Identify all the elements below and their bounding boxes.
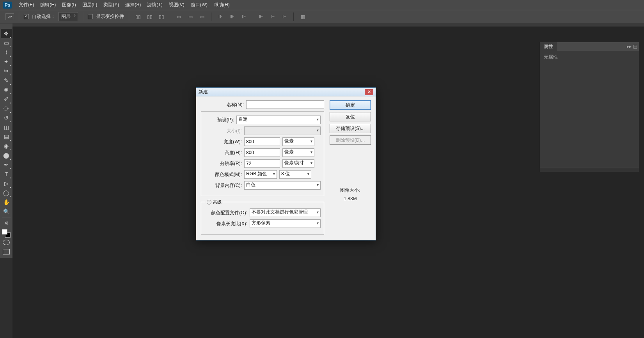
bit-depth-select[interactable]: 8 位	[279, 170, 311, 179]
auto-select-target-dropdown[interactable]: 图层	[59, 12, 78, 21]
lasso-tool[interactable]: ⌇	[1, 48, 12, 57]
advanced-toggle[interactable]: ˆ 高级	[205, 199, 223, 205]
dialog-title: 新建	[199, 89, 208, 95]
canvas-grip[interactable]	[12, 23, 644, 27]
reset-button[interactable]: 复位	[330, 112, 371, 121]
bg-content-select[interactable]: 白色	[244, 181, 321, 190]
swap-colors-icon[interactable]: ⤭	[1, 218, 12, 228]
align-center-h-icon[interactable]: ▯▯	[145, 13, 154, 21]
menu-select[interactable]: 选择(S)	[122, 2, 144, 8]
pen-tool[interactable]: ✒	[1, 160, 12, 169]
type-tool[interactable]: T	[1, 169, 12, 179]
hand-tool[interactable]: ✋	[1, 197, 12, 207]
preset-label: 预设(P):	[204, 117, 234, 123]
height-input[interactable]	[244, 148, 280, 157]
menu-layer[interactable]: 图层(L)	[79, 2, 101, 8]
pixel-aspect-label: 像素长宽比(X):	[204, 221, 247, 227]
foreground-color[interactable]	[2, 229, 7, 235]
delete-preset-button: 删除预设(D)...	[330, 135, 371, 145]
height-unit-select[interactable]: 像素	[282, 148, 314, 157]
menu-bar: Ps 文件(F) 编辑(E) 图像(I) 图层(L) 类型(Y) 选择(S) 滤…	[0, 0, 644, 10]
properties-tab[interactable]: 属性	[540, 42, 557, 51]
properties-footer	[540, 168, 639, 172]
gradient-tool[interactable]: ▤	[1, 132, 12, 141]
distribute-4-icon[interactable]: ⊩	[257, 13, 265, 21]
menu-type[interactable]: 类型(Y)	[100, 2, 122, 8]
magic-wand-tool[interactable]: ✦	[1, 57, 12, 66]
dialog-close-button[interactable]: ✕	[365, 89, 373, 95]
height-label: 高度(H):	[204, 149, 242, 156]
panel-menu-icon[interactable]: ▤	[633, 44, 637, 49]
stamp-tool[interactable]: ⧂	[1, 104, 12, 113]
name-label: 名称(N):	[201, 101, 244, 108]
width-label: 宽度(W):	[204, 139, 242, 145]
menu-view[interactable]: 视图(V)	[166, 2, 188, 8]
tools-grip[interactable]	[0, 23, 12, 27]
distribute-3-icon[interactable]: ⊪	[240, 13, 248, 21]
options-bar: ▱ 自动选择： 图层 显示变换控件 ▯▯ ▯▯ ▯▯ ▭ ▭ ▭ ⊪ ⊪ ⊪ ⊩…	[0, 10, 644, 23]
color-profile-label: 颜色配置文件(O):	[204, 210, 247, 216]
menu-edit[interactable]: 编辑(E)	[37, 2, 59, 8]
healing-tool[interactable]: ✺	[1, 85, 12, 94]
color-swatch[interactable]	[2, 229, 11, 238]
width-input[interactable]	[244, 137, 280, 146]
menu-window[interactable]: 窗口(W)	[188, 2, 211, 8]
color-mode-label: 颜色模式(M):	[204, 171, 242, 178]
align-top-icon[interactable]: ▭	[174, 13, 183, 21]
crop-tool[interactable]: ✂	[1, 66, 12, 76]
dodge-tool[interactable]: ⬤	[1, 151, 12, 160]
resolution-input[interactable]	[244, 159, 280, 168]
align-center-v-icon[interactable]: ▭	[186, 13, 195, 21]
color-mode-select[interactable]: RGB 颜色	[244, 170, 277, 179]
shape-tool[interactable]: ◯	[1, 188, 12, 197]
brush-tool[interactable]: ✐	[1, 94, 12, 104]
image-size-value: 1.83M	[330, 195, 371, 203]
advanced-label: 高级	[213, 199, 222, 205]
size-select	[244, 126, 321, 135]
menu-filter[interactable]: 滤镜(T)	[144, 2, 165, 8]
preset-select[interactable]: 自定	[236, 116, 321, 124]
show-transform-checkbox[interactable]	[88, 14, 93, 19]
eyedropper-tool[interactable]: ✎	[1, 76, 12, 85]
arrange-icon[interactable]: ▦	[298, 13, 307, 21]
active-tool-indicator[interactable]: ▱	[5, 13, 14, 20]
distribute-2-icon[interactable]: ⊪	[228, 13, 236, 21]
color-profile-select[interactable]: 不要对此文档进行色彩管理	[250, 208, 321, 217]
marquee-tool[interactable]: ▭	[1, 38, 12, 48]
width-unit-select[interactable]: 像素	[282, 137, 314, 146]
ok-button[interactable]: 确定	[330, 100, 371, 110]
distribute-1-icon[interactable]: ⊪	[216, 13, 225, 21]
advanced-group: ˆ 高级 颜色配置文件(O): 不要对此文档进行色彩管理 像素长宽比(X): 方…	[201, 202, 324, 235]
distribute-5-icon[interactable]: ⊩	[268, 13, 277, 21]
show-transform-label: 显示变换控件	[96, 13, 124, 20]
menu-help[interactable]: 帮助(H)	[211, 2, 233, 8]
advanced-chevron-icon: ˆ	[207, 200, 211, 205]
resolution-label: 分辨率(R):	[204, 160, 242, 167]
panel-collapse-icon[interactable]: ▸▸	[627, 44, 632, 49]
auto-select-checkbox[interactable]	[24, 14, 29, 19]
align-right-icon[interactable]: ▯▯	[157, 13, 166, 21]
resolution-unit-select[interactable]: 像素/英寸	[282, 159, 314, 168]
align-left-icon[interactable]: ▯▯	[134, 13, 142, 21]
auto-select-label: 自动选择：	[32, 13, 55, 20]
menu-file[interactable]: 文件(F)	[16, 2, 37, 8]
history-brush-tool[interactable]: ↺	[1, 113, 12, 123]
zoom-tool[interactable]: 🔍	[1, 207, 12, 216]
pixel-aspect-select[interactable]: 方形像素	[250, 219, 321, 228]
align-bottom-icon[interactable]: ▭	[198, 13, 206, 21]
image-size-label: 图像大小:	[330, 186, 371, 195]
path-select-tool[interactable]: ▷	[1, 179, 12, 188]
blur-tool[interactable]: ◉	[1, 141, 12, 151]
eraser-tool[interactable]: ◫	[1, 123, 12, 132]
quickmask-icon[interactable]	[1, 238, 12, 247]
name-input[interactable]	[246, 100, 324, 109]
dialog-titlebar[interactable]: 新建 ✕	[196, 88, 376, 96]
save-preset-button[interactable]: 存储预设(S)...	[330, 124, 371, 133]
new-document-dialog: 新建 ✕ 名称(N): 预设(P): 自定 大小(I): 宽度(W):	[196, 87, 376, 240]
screenmode-icon[interactable]	[1, 247, 12, 256]
move-tool[interactable]: ✥	[1, 29, 12, 38]
app-logo: Ps	[3, 2, 12, 9]
menu-image[interactable]: 图像(I)	[59, 2, 79, 8]
distribute-6-icon[interactable]: ⊩	[280, 13, 289, 21]
properties-body: 无属性	[540, 51, 639, 168]
